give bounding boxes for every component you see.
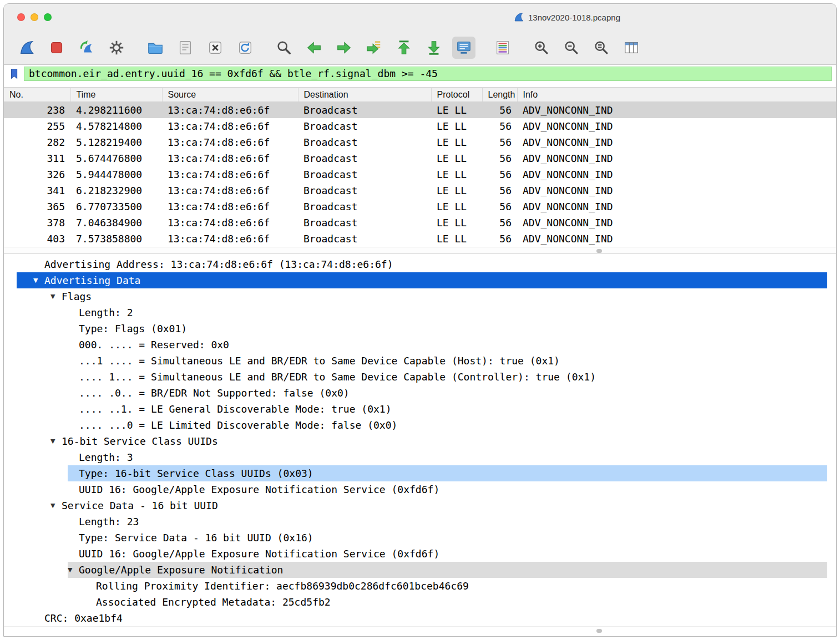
packet-list-hscrollbar[interactable]: [4, 247, 836, 254]
detail-row[interactable]: Length: 3: [17, 449, 827, 465]
packet-cell-info: ADV_NONCONN_IND: [517, 134, 836, 150]
find-packet-button[interactable]: [272, 37, 296, 59]
detail-row[interactable]: ▼16-bit Service Class UUIDs: [17, 433, 827, 449]
detail-row[interactable]: Advertising Address: 13:ca:74:d8:e6:6f (…: [17, 256, 827, 272]
packet-cell-source: 13:ca:74:d8:e6:6f: [162, 118, 298, 134]
detail-row[interactable]: Length: 2: [17, 304, 827, 321]
detail-row[interactable]: ▼Advertising Data: [17, 272, 827, 288]
detail-row[interactable]: ▼Service Data - 16 bit UUID: [17, 497, 827, 514]
detail-row[interactable]: Type: Service Data - 16 bit UUID (0x16): [17, 530, 827, 546]
title-bar: 13nov2020-1018.pcapng: [4, 4, 836, 31]
reload-file-button[interactable]: [234, 37, 257, 59]
disclosure-triangle-icon[interactable]: ▼: [33, 272, 44, 288]
detail-row[interactable]: Associated Encrypted Metadata: 25cd5fb2: [17, 594, 827, 610]
packet-row[interactable]: 3787.04638490013:ca:74:d8:e6:6fBroadcast…: [4, 215, 836, 231]
packet-row[interactable]: 2554.57821480013:ca:74:d8:e6:6fBroadcast…: [4, 118, 836, 134]
zoom-in-button[interactable]: [530, 37, 553, 59]
detail-text: UUID 16: Google/Apple Exposure Notificat…: [79, 481, 439, 497]
colorize-packets-button[interactable]: [491, 37, 514, 59]
zoom-window-button[interactable]: [44, 13, 52, 21]
disclosure-triangle-icon[interactable]: ▼: [50, 497, 62, 514]
scrollbar-thumb[interactable]: [596, 249, 602, 253]
window-title: 13nov2020-1018.pcapng: [528, 13, 620, 22]
detail-text: Length: 2: [79, 304, 133, 321]
packet-row[interactable]: 3115.67447680013:ca:74:d8:e6:6fBroadcast…: [4, 150, 836, 166]
detail-row[interactable]: UUID 16: Google/Apple Exposure Notificat…: [17, 546, 827, 562]
open-file-button[interactable]: [144, 37, 167, 59]
restart-capture-button[interactable]: [75, 37, 98, 59]
column-header-time[interactable]: Time: [70, 88, 162, 102]
detail-row[interactable]: ▼Google/Apple Exposure Notification: [17, 562, 827, 578]
wireshark-document-icon: [513, 12, 524, 23]
detail-row[interactable]: .... ...0 = LE Limited Discoverable Mode…: [17, 417, 827, 433]
detail-row[interactable]: .... 1... = Simultaneous LE and BR/EDR t…: [17, 369, 827, 385]
disclosure-triangle-icon[interactable]: ▼: [68, 562, 79, 578]
packet-row[interactable]: 3265.94447800013:ca:74:d8:e6:6fBroadcast…: [4, 166, 836, 182]
stop-capture-button[interactable]: [45, 37, 68, 59]
packet-row[interactable]: 4037.57385880013:ca:74:d8:e6:6fBroadcast…: [4, 231, 836, 247]
reload-icon: [237, 39, 254, 56]
detail-row[interactable]: ▼Flags: [17, 288, 827, 304]
go-back-button[interactable]: [302, 37, 326, 59]
detail-row[interactable]: Type: Flags (0x01): [17, 321, 827, 337]
detail-row[interactable]: .... ..1. = LE General Discoverable Mode…: [17, 401, 827, 417]
packet-row[interactable]: 2825.12821940013:ca:74:d8:e6:6fBroadcast…: [4, 134, 836, 150]
packet-cell-protocol: LE LL: [431, 102, 482, 118]
packet-cell-source: 13:ca:74:d8:e6:6f: [162, 215, 298, 231]
detail-row[interactable]: Length: 23: [17, 514, 827, 530]
detail-row[interactable]: UUID 16: Google/Apple Exposure Notificat…: [17, 481, 827, 497]
packet-cell-length: 56: [482, 166, 517, 182]
go-to-top-button[interactable]: [392, 37, 416, 59]
arrow-top-icon: [396, 39, 412, 56]
scrollbar-thumb[interactable]: [596, 629, 602, 633]
zoom-original-button[interactable]: [590, 37, 613, 59]
detail-row[interactable]: Rolling Proximity Identifier: aecfb86939…: [17, 578, 827, 594]
detail-row[interactable]: CRC: 0xae1bf4: [17, 610, 827, 626]
start-capture-button[interactable]: [15, 37, 38, 59]
detail-hscrollbar[interactable]: [4, 626, 836, 635]
detail-text: Type: 16-bit Service Class UUIDs (0x03): [79, 465, 313, 481]
column-header-destination[interactable]: Destination: [298, 88, 431, 102]
packet-row[interactable]: 3416.21823290013:ca:74:d8:e6:6fBroadcast…: [4, 182, 836, 199]
resize-columns-button[interactable]: [620, 37, 643, 59]
packet-cell-protocol: LE LL: [431, 215, 482, 231]
detail-row[interactable]: .... .0.. = BR/EDR Not Supported: false …: [17, 385, 827, 401]
save-file-button[interactable]: [174, 37, 197, 59]
detail-row[interactable]: 000. .... = Reserved: 0x0: [17, 337, 827, 353]
close-file-button[interactable]: [204, 37, 227, 59]
packet-row[interactable]: 2384.29821160013:ca:74:d8:e6:6fBroadcast…: [4, 102, 836, 118]
filter-bookmark-icon[interactable]: [8, 67, 21, 80]
packet-cell-info: ADV_NONCONN_IND: [517, 118, 836, 134]
magnifier-icon: [276, 39, 292, 56]
column-header-info[interactable]: Info: [517, 88, 836, 102]
column-header-no[interactable]: No.: [4, 88, 70, 102]
go-to-packet-button[interactable]: [362, 37, 386, 59]
capture-options-button[interactable]: [105, 37, 128, 59]
detail-text: Length: 3: [79, 449, 133, 465]
column-header-protocol[interactable]: Protocol: [431, 88, 482, 102]
detail-text: 000. .... = Reserved: 0x0: [79, 337, 229, 353]
close-window-button[interactable]: [17, 13, 25, 21]
go-forward-button[interactable]: [332, 37, 356, 59]
disclosure-triangle-icon[interactable]: ▼: [50, 433, 62, 449]
display-filter-input[interactable]: btcommon.eir_ad.entry.uuid_16 == 0xfd6f …: [24, 67, 832, 81]
column-header-length[interactable]: Length: [482, 88, 517, 102]
detail-text: Service Data - 16 bit UUID: [62, 497, 218, 514]
packet-cell-time: 4.298211600: [70, 102, 162, 118]
auto-scroll-icon: [456, 39, 472, 56]
detail-row[interactable]: Type: 16-bit Service Class UUIDs (0x03): [17, 465, 827, 481]
zoom-out-button[interactable]: [560, 37, 583, 59]
detail-text: ...1 .... = Simultaneous LE and BR/EDR t…: [79, 353, 560, 369]
minimize-window-button[interactable]: [31, 13, 38, 21]
detail-row[interactable]: ...1 .... = Simultaneous LE and BR/EDR t…: [17, 353, 827, 369]
indent-spacer: [33, 256, 44, 272]
go-to-bottom-button[interactable]: [422, 37, 446, 59]
column-header-source[interactable]: Source: [162, 88, 298, 102]
auto-scroll-button[interactable]: [452, 37, 475, 59]
colorize-icon: [494, 39, 511, 56]
packet-cell-no: 311: [4, 150, 70, 166]
packet-row[interactable]: 3656.77073350013:ca:74:d8:e6:6fBroadcast…: [4, 199, 836, 215]
disclosure-triangle-icon[interactable]: ▼: [50, 288, 62, 304]
indent-spacer: [33, 610, 44, 626]
detail-text: .... 1... = Simultaneous LE and BR/EDR t…: [79, 369, 596, 385]
